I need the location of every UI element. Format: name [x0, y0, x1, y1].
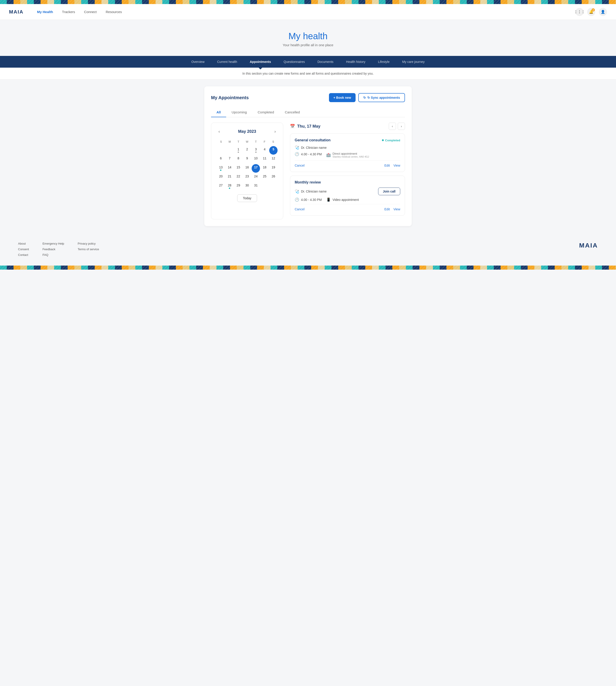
date-next-button[interactable]: › [398, 123, 405, 130]
view-button-2[interactable]: View [393, 207, 400, 211]
tab-questionnaires[interactable]: Questionnaires [277, 56, 311, 68]
footer-faq[interactable]: FAQ [42, 253, 64, 257]
footer-contact[interactable]: Contact [18, 253, 29, 257]
cal-day-empty2[interactable] [225, 146, 234, 155]
nav-item-resources[interactable]: Resources [106, 10, 122, 14]
footer-terms[interactable]: Terms of service [78, 247, 99, 251]
cal-day-27[interactable]: 27 [217, 182, 225, 191]
appt-card-1-footer: Cancel Edit View [295, 160, 400, 167]
calendar-month-year: May 2023 [238, 129, 256, 134]
cal-day-11[interactable]: 11 [260, 155, 269, 164]
tab-health-history[interactable]: Health history [340, 56, 372, 68]
cal-day-26[interactable]: 26 [269, 173, 278, 182]
nav-item-myhealth[interactable]: My Health [37, 10, 53, 14]
book-new-button[interactable]: + Book new [329, 93, 356, 102]
view-button-1[interactable]: View [393, 164, 400, 167]
cal-day-21[interactable]: 21 [225, 173, 234, 182]
appt-card-1-footer-left: Cancel [295, 164, 305, 167]
edit-button-1[interactable]: Edit [384, 164, 390, 167]
cal-day-7[interactable]: 7 [225, 155, 234, 164]
cal-day-13[interactable]: 13 [217, 164, 225, 173]
cal-day-8[interactable]: 8 [234, 155, 243, 164]
grid-icon-button[interactable]: ⋮⋮⋮ [575, 8, 584, 16]
footer-emergency[interactable]: Emergency Help [42, 242, 64, 245]
doctor-icon-2: 🩺 [295, 190, 299, 194]
cal-day-empty1[interactable] [217, 146, 225, 155]
logo: MAIA [9, 9, 23, 15]
date-prev-button[interactable]: ‹ [389, 123, 396, 130]
footer-links: About Consent Contact Emergency Help Fee… [18, 242, 99, 257]
cal-day-22[interactable]: 22 [234, 173, 243, 182]
footer-feedback[interactable]: Feedback [42, 247, 64, 251]
tab-current-health[interactable]: Current health [211, 56, 243, 68]
cal-day-28[interactable]: 28 [225, 182, 234, 191]
tab-overview[interactable]: Overview [185, 56, 211, 68]
footer-consent[interactable]: Consent [18, 247, 29, 251]
appt-card-2-doctor: 🩺 Dr. Clinician name [295, 190, 327, 194]
filter-upcoming[interactable]: Upcoming [226, 108, 252, 117]
dot-28 [229, 187, 230, 189]
day-label-w: W [243, 139, 251, 144]
footer-about[interactable]: About [18, 242, 29, 245]
filter-cancelled[interactable]: Cancelled [279, 108, 305, 117]
footer-col-2: Emergency Help Feedback FAQ [42, 242, 64, 257]
cal-day-12[interactable]: 12 [269, 155, 278, 164]
calendar: ‹ May 2023 › S M T W T F S 1 2 3 4 [211, 123, 283, 219]
main-content: My Appointments + Book new ↻ ↻ Sync appo… [204, 86, 412, 226]
cal-day-3[interactable]: 3 [251, 146, 260, 155]
appointment-date-header: 📅 Thu, 17 May ‹ › [290, 123, 405, 130]
today-button[interactable]: Today [237, 194, 257, 202]
cal-day-25[interactable]: 25 [260, 173, 269, 182]
notification-button[interactable]: 🔔 2 [587, 8, 595, 16]
footer-col-3: Privacy policy Terms of service [78, 242, 99, 257]
cal-day-23[interactable]: 23 [243, 173, 251, 182]
cal-day-2[interactable]: 2 [243, 146, 251, 155]
join-call-button[interactable]: Join call [378, 187, 400, 195]
bottom-banner [0, 266, 616, 270]
nav-item-trackers[interactable]: Trackers [62, 10, 75, 14]
cal-day-30[interactable]: 30 [243, 182, 251, 191]
cal-day-31[interactable]: 31 [251, 182, 260, 191]
section-info: In this section you can create new forms… [0, 68, 616, 80]
tab-documents[interactable]: Documents [311, 56, 340, 68]
cal-day-16[interactable]: 16 [243, 164, 251, 173]
cal-day-17-today[interactable]: 17 [251, 164, 260, 173]
cal-day-5[interactable]: 5 [269, 146, 278, 155]
appt-card-2-footer: Cancel Edit View [295, 204, 400, 211]
tab-care-journey[interactable]: My care journey [396, 56, 431, 68]
appt-card-1-location-text: Direct appointment Stanley medical centr… [333, 152, 369, 158]
cal-day-29[interactable]: 29 [234, 182, 243, 191]
status-text-completed: Completed [385, 139, 400, 142]
cancel-button-1[interactable]: Cancel [295, 164, 305, 167]
filter-all[interactable]: All [211, 108, 226, 117]
cal-day-4[interactable]: 4 [260, 146, 269, 155]
calendar-next-button[interactable]: › [272, 128, 278, 135]
cal-day-19[interactable]: 19 [269, 164, 278, 173]
profile-button[interactable]: 👤 [599, 8, 607, 16]
cal-day-10[interactable]: 10 [251, 155, 260, 164]
tab-nav: Overview Current health Appointments Que… [0, 56, 616, 68]
cal-day-1[interactable]: 1 [234, 146, 243, 155]
cal-day-20[interactable]: 20 [217, 173, 225, 182]
nav-item-connect[interactable]: Connect [84, 10, 97, 14]
cancel-button-2[interactable]: Cancel [295, 207, 305, 211]
tab-appointments[interactable]: Appointments [243, 56, 277, 68]
calendar-header: ‹ May 2023 › [217, 128, 278, 135]
edit-button-2[interactable]: Edit [384, 207, 390, 211]
cal-day-15[interactable]: 15 [234, 164, 243, 173]
cal-day-24[interactable]: 24 [251, 173, 260, 182]
calendar-date-icon: 📅 [290, 124, 295, 129]
cal-day-18[interactable]: 18 [260, 164, 269, 173]
footer-privacy[interactable]: Privacy policy [78, 242, 99, 245]
cal-day-6[interactable]: 6 [217, 155, 225, 164]
tab-lifestyle[interactable]: Lifestyle [372, 56, 396, 68]
sync-appointments-button[interactable]: ↻ ↻ Sync appointments [358, 93, 405, 102]
cal-day-14[interactable]: 14 [225, 164, 234, 173]
appt-card-1-footer-right: Edit View [384, 164, 400, 167]
clock-icon-1: 🕐 [295, 152, 299, 156]
dot-gray-1 [238, 152, 239, 153]
cal-day-9[interactable]: 9 [243, 155, 251, 164]
day-label-s1: S [217, 139, 225, 144]
filter-completed[interactable]: Completed [252, 108, 280, 117]
calendar-prev-button[interactable]: ‹ [217, 128, 222, 135]
